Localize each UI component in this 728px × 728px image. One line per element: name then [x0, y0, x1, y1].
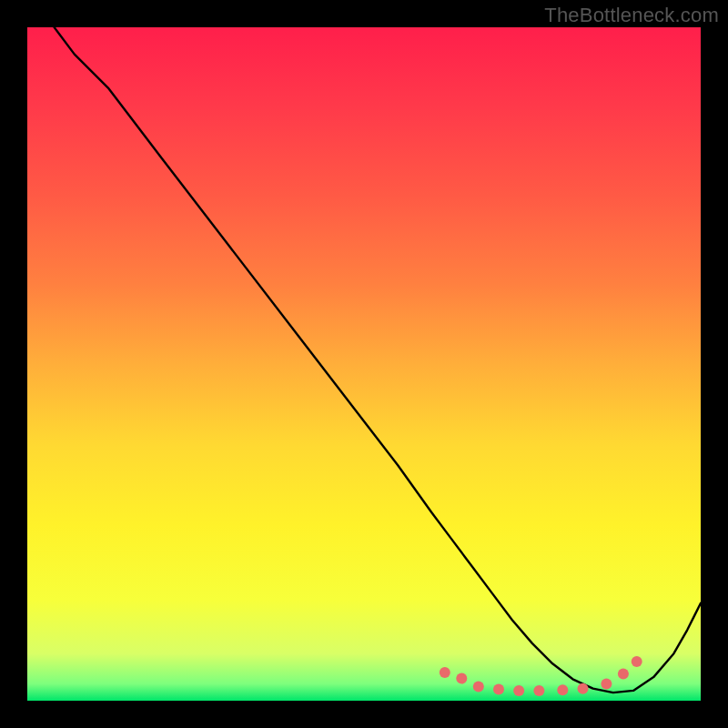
marker-dot	[513, 685, 524, 696]
marker-dot	[440, 667, 450, 678]
marker-dot	[618, 668, 629, 679]
chart-plot	[27, 27, 701, 701]
marker-dot	[601, 679, 612, 690]
gradient-background	[27, 27, 701, 701]
marker-dot	[533, 685, 544, 696]
marker-dot	[473, 681, 484, 692]
chart-stage: TheBottleneck.com	[0, 0, 728, 728]
watermark-label: TheBottleneck.com	[544, 4, 719, 27]
marker-dot	[493, 683, 504, 694]
marker-dot	[578, 683, 589, 694]
marker-dot	[557, 684, 568, 695]
marker-dot	[632, 656, 642, 667]
marker-dot	[456, 673, 467, 684]
